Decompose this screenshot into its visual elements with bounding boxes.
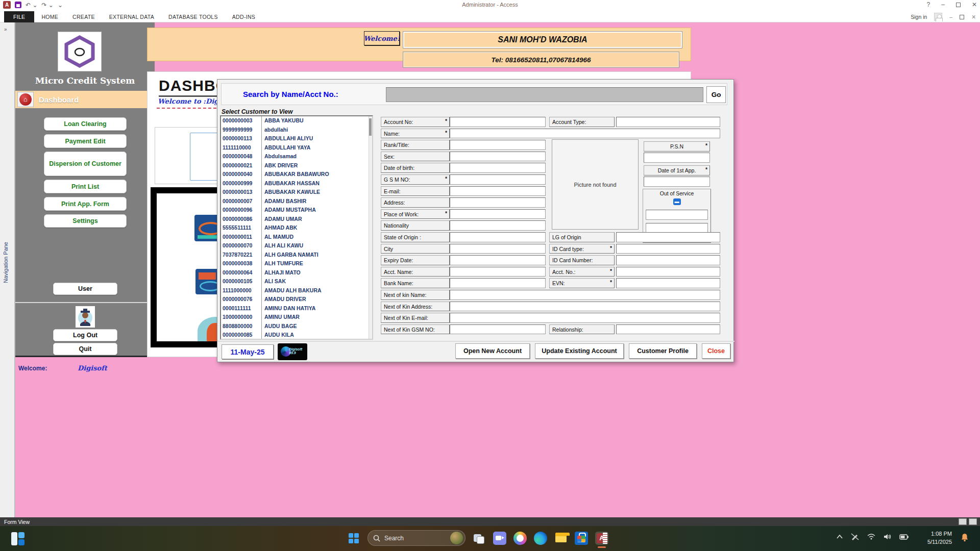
out-of-service-checkbox[interactable]: ▬: [673, 198, 681, 205]
customer-row[interactable]: 0000000003ABBA YAKUBU: [221, 116, 372, 126]
go-button[interactable]: Go: [706, 86, 726, 103]
name-input[interactable]: [450, 129, 720, 139]
widgets-icon[interactable]: [11, 532, 24, 545]
tab-add-ins[interactable]: ADD-INS: [225, 11, 262, 22]
sex-input[interactable]: [450, 152, 546, 162]
sidebar-button-settings[interactable]: Settings: [44, 214, 127, 228]
nationality-input[interactable]: [450, 220, 546, 231]
ribbon-restore-icon[interactable]: [960, 15, 964, 19]
wifi-icon[interactable]: [867, 534, 875, 540]
help-icon[interactable]: ?: [927, 1, 930, 8]
sidebar-button-dispersion-of-customer[interactable]: Dispersion of Customer: [44, 152, 127, 176]
customer-row[interactable]: 0000000064ALHAJI MATO: [221, 268, 372, 278]
navigation-pane-collapsed[interactable]: » Navigation Pane: [0, 22, 15, 517]
acct-name-input[interactable]: [450, 267, 546, 277]
state-of-origin-input[interactable]: [450, 232, 546, 242]
customer-row[interactable]: 0000000076AMADU DRIVER: [221, 295, 372, 304]
out-of-service-input-2[interactable]: [646, 223, 708, 233]
start-button[interactable]: [347, 532, 360, 545]
tab-file[interactable]: FILE: [4, 11, 34, 22]
customer-list[interactable]: 0000000003ABBA YAKUBU9999999999abdullahi…: [220, 115, 373, 340]
update-existing-account-button[interactable]: Update Existing Account: [535, 343, 624, 359]
store-icon[interactable]: [575, 532, 588, 545]
chat-icon[interactable]: [493, 532, 506, 545]
file-explorer-icon[interactable]: [554, 532, 568, 545]
list-scrollbar-thumb[interactable]: [369, 118, 372, 136]
customer-profile-button[interactable]: Customer Profile: [629, 343, 697, 359]
next-of-kin-address-input[interactable]: [450, 302, 720, 312]
customer-row[interactable]: 1111000000AMADU ALH BAKURA: [221, 286, 372, 295]
rank-title-input[interactable]: [450, 140, 546, 150]
ribbon-minimize-icon[interactable]: –: [949, 14, 952, 20]
customer-row[interactable]: 0000000113ABDULLAHI ALIYU: [221, 134, 372, 143]
customer-row[interactable]: 1000000000AMINU UMAR: [221, 313, 372, 322]
account-icon[interactable]: [934, 13, 942, 21]
open-new-account-button[interactable]: Open New Account: [455, 343, 530, 359]
customer-row[interactable]: 0000000021ABK DRIVER: [221, 161, 372, 170]
psn-input[interactable]: [644, 153, 710, 163]
customer-row[interactable]: 1111110000ABDULLAHI YAYA: [221, 143, 372, 153]
customer-row[interactable]: 0000000086ADAMU UMAR: [221, 215, 372, 224]
task-view-icon[interactable]: [473, 532, 486, 545]
customer-row[interactable]: 0000000048Abdulsamad: [221, 152, 372, 161]
e-mail-input[interactable]: [450, 186, 546, 196]
minimize-icon[interactable]: –: [941, 1, 945, 8]
customer-row[interactable]: 0000000040ABUBAKAR BABAWURO: [221, 170, 372, 179]
sidebar-button-print-app-form[interactable]: Print App. Form: [44, 197, 127, 211]
logout-button[interactable]: Log Out: [53, 329, 117, 341]
list-scrollbar[interactable]: [369, 116, 372, 339]
access-taskbar-icon[interactable]: A: [595, 532, 608, 545]
customer-row[interactable]: 7037870221ALH GARBA NAMATI: [221, 251, 372, 260]
tab-home[interactable]: HOME: [34, 11, 65, 22]
datasheet-view-icon[interactable]: [959, 518, 967, 525]
sidebar-button-loan-clearing[interactable]: Loan Clearing: [44, 117, 127, 131]
customer-row[interactable]: 0000111111AMINU DAN HATIYA: [221, 304, 372, 313]
customer-row[interactable]: 9999999999abdullahi: [221, 126, 372, 135]
acct-no-input[interactable]: [616, 267, 720, 277]
ribbon-close-icon[interactable]: ✕: [971, 14, 976, 20]
next-of-kin-name-input[interactable]: [450, 290, 720, 300]
place-of-work-input[interactable]: [450, 209, 546, 219]
customer-row[interactable]: 8808800000AUDU BAGE: [221, 322, 372, 331]
form-view-icon[interactable]: [969, 518, 977, 525]
bank-name-input[interactable]: [450, 278, 546, 288]
customer-row[interactable]: 0000000007ADAMU BASHIR: [221, 197, 372, 206]
tab-create[interactable]: CREATE: [65, 11, 102, 22]
pen-disabled-icon[interactable]: [851, 533, 859, 540]
search-highlight-image[interactable]: [450, 532, 463, 544]
address-input[interactable]: [450, 197, 546, 208]
tab-database-tools[interactable]: DATABASE TOOLS: [161, 11, 225, 22]
sidebar-button-payment-edit[interactable]: Payment Edit: [44, 134, 127, 148]
taskbar-search[interactable]: Search: [368, 530, 465, 546]
quit-button[interactable]: Quit: [53, 343, 117, 355]
expiry-date-input[interactable]: [450, 255, 546, 265]
customer-row[interactable]: 0000000013ABUBAKAR KAWULE: [221, 188, 372, 197]
close-button[interactable]: Close: [702, 343, 730, 359]
edge-icon[interactable]: [534, 532, 547, 545]
date-of-birth-input[interactable]: [450, 163, 546, 173]
lg-of-origin-input[interactable]: [616, 232, 720, 242]
copilot-icon[interactable]: [513, 532, 527, 545]
relationship-input[interactable]: [616, 324, 720, 335]
next-of-kin-gsm-no-input[interactable]: [450, 324, 546, 335]
customer-row[interactable]: 0000000085AUDU KILA: [221, 331, 372, 340]
account-no-input[interactable]: [450, 117, 546, 127]
date-first-app-input[interactable]: [644, 177, 710, 187]
sign-in-link[interactable]: Sign in: [911, 14, 927, 20]
customer-row[interactable]: 0000000070ALH ALI KAWU: [221, 241, 372, 251]
g-s-m-no-input[interactable]: [450, 174, 546, 185]
notification-bell-icon[interactable]: [961, 533, 969, 542]
customer-row[interactable]: 0000000011AL MAMUD: [221, 233, 372, 242]
volume-icon[interactable]: [884, 534, 891, 540]
home-icon[interactable]: ⌂: [17, 92, 34, 107]
expand-nav-pane-icon[interactable]: »: [4, 27, 7, 32]
close-icon[interactable]: ✕: [972, 1, 977, 8]
id-card-number-input[interactable]: [616, 255, 720, 265]
customer-row[interactable]: 5555511111AHMAD ABK: [221, 223, 372, 233]
customer-row[interactable]: 0000000999ABUBAKAR HASSAN: [221, 179, 372, 188]
id-card-type-input[interactable]: [616, 244, 720, 254]
out-of-service-input-1[interactable]: [646, 210, 708, 220]
next-of-kin-e-mail-input[interactable]: [450, 313, 720, 323]
customer-row[interactable]: 0000000105ALI SAK: [221, 277, 372, 286]
search-input[interactable]: [386, 87, 703, 102]
